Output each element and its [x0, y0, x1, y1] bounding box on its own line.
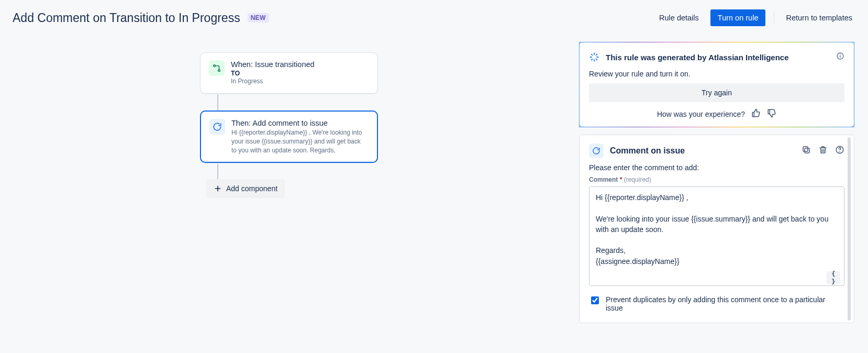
- scrollbar[interactable]: [848, 137, 851, 321]
- required-mark: *: [620, 176, 622, 183]
- turn-on-rule-button[interactable]: Turn on rule: [710, 9, 766, 26]
- comment-panel-title: Comment on issue: [610, 146, 685, 156]
- thumb-up-icon[interactable]: [751, 108, 761, 119]
- comment-prompt: Please enter the comment to add:: [589, 163, 844, 172]
- connector: [217, 164, 218, 180]
- info-icon[interactable]: [836, 52, 844, 62]
- divider: [774, 12, 774, 24]
- comment-textarea[interactable]: [589, 186, 844, 286]
- ai-panel-title: This rule was generated by Atlassian Int…: [606, 53, 789, 62]
- ai-sparkle-icon: [589, 52, 599, 62]
- comment-label: Comment * (required): [589, 176, 844, 183]
- trigger-node[interactable]: When: Issue transitioned TO In Progress: [200, 52, 378, 94]
- page-title: Add Comment on Transition to In Progress: [13, 11, 240, 25]
- try-again-button[interactable]: Try again: [589, 83, 844, 102]
- svg-rect-3: [805, 148, 809, 153]
- trigger-to-label: TO: [231, 70, 315, 77]
- add-component-label: Add component: [226, 184, 277, 193]
- connector: [217, 95, 218, 111]
- action-desc: Hi {{reporter.displayName}} , We're look…: [231, 128, 368, 155]
- return-to-templates-button[interactable]: Return to templates: [783, 10, 855, 25]
- action-node[interactable]: Then: Add comment to issue Hi {{reporter…: [200, 111, 378, 163]
- right-panels: This rule was generated by Atlassian Int…: [579, 42, 854, 323]
- thumb-down-icon[interactable]: [767, 108, 776, 119]
- help-icon[interactable]: [835, 145, 844, 157]
- required-hint: (required): [624, 176, 651, 183]
- trigger-to-value: In Progress: [231, 77, 315, 86]
- refresh-icon: [589, 144, 604, 158]
- comment-label-text: Comment: [589, 176, 618, 183]
- comment-panel: Comment on issue Please enter the commen…: [579, 135, 854, 323]
- trigger-title: When: Issue transitioned: [231, 60, 315, 69]
- ai-feedback: How was your experience?: [589, 108, 844, 119]
- title-group: Add Comment on Transition to In Progress…: [13, 11, 269, 25]
- transition-icon: [209, 60, 225, 76]
- action-body: Then: Add comment to issue Hi {{reporter…: [231, 119, 368, 155]
- smart-values-icon[interactable]: { }: [827, 271, 840, 284]
- plus-icon: [214, 184, 222, 193]
- copy-icon[interactable]: [802, 145, 811, 157]
- trigger-body: When: Issue transitioned TO In Progress: [231, 60, 315, 86]
- ai-review-text: Review your rule and turn it on.: [589, 70, 844, 78]
- svg-rect-4: [803, 147, 808, 151]
- new-badge: NEW: [248, 13, 269, 23]
- trash-icon[interactable]: [818, 145, 828, 157]
- prevent-duplicates-checkbox[interactable]: [591, 296, 599, 304]
- ai-feedback-label: How was your experience?: [657, 110, 745, 118]
- add-component-button[interactable]: Add component: [206, 179, 285, 198]
- action-title: Then: Add comment to issue: [231, 119, 368, 127]
- prevent-duplicates-label: Prevent duplicates by only adding this c…: [606, 295, 844, 312]
- prevent-duplicates-row[interactable]: Prevent duplicates by only adding this c…: [589, 295, 844, 312]
- refresh-icon: [209, 119, 225, 135]
- rule-details-button[interactable]: Rule details: [656, 10, 702, 25]
- header-actions: Rule details Turn on rule Return to temp…: [656, 9, 855, 26]
- ai-panel: This rule was generated by Atlassian Int…: [579, 42, 854, 127]
- page-header: Add Comment on Transition to In Progress…: [0, 0, 868, 32]
